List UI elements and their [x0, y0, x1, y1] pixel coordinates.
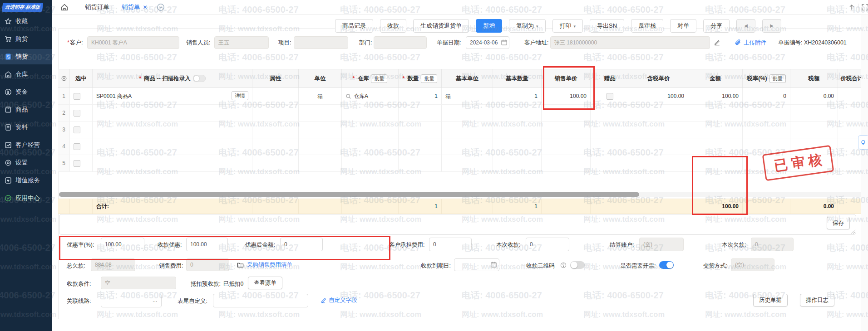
history-bills-button[interactable]: 历史单据 [753, 294, 788, 307]
tab-sales-bill[interactable]: 销货单✕ [122, 0, 148, 15]
total-tax_price [629, 199, 688, 214]
close-icon[interactable]: ✕ [143, 4, 148, 10]
this-payment-field[interactable] [526, 238, 569, 251]
after-discount-field[interactable] [280, 238, 323, 251]
column-header-attr: 属性 [252, 69, 299, 88]
cell-attr [252, 88, 299, 105]
gift-checkbox[interactable] [607, 93, 613, 100]
row-select-checkbox[interactable] [74, 127, 80, 133]
save-button[interactable]: 保存 [827, 217, 850, 229]
sidebar-item-label: 仓库 [15, 70, 28, 78]
row-select-checkbox[interactable] [74, 110, 80, 117]
tab-list-chevron-circle-icon[interactable] [157, 3, 165, 11]
folder-icon[interactable] [237, 262, 244, 268]
batch-button[interactable]: 批量 [421, 74, 437, 83]
salesperson-label: 销售人员: [186, 36, 210, 49]
row-select-checkbox[interactable] [74, 93, 80, 100]
sidebar-item-purchase[interactable]: 购货 [0, 31, 52, 47]
search-icon[interactable] [345, 93, 351, 99]
view-source-button[interactable]: 查看源单 [248, 277, 282, 289]
footer-custom-field[interactable] [213, 294, 308, 307]
sidebar-item-goods[interactable]: 商品 [0, 102, 52, 117]
custom-field-link[interactable]: 自定义字段 [329, 294, 357, 307]
customer-fee-field[interactable] [429, 238, 472, 251]
edit-address-pencil-icon[interactable] [714, 39, 720, 46]
scroll-top-icon[interactable] [848, 3, 855, 11]
row-select-checkbox[interactable] [74, 160, 80, 167]
detail-button[interactable]: 详情 [232, 91, 248, 100]
route-more-icon[interactable]: ... [153, 294, 157, 307]
assistant-widget[interactable] [858, 135, 868, 150]
payment-discount-label: 收款优惠: [158, 239, 182, 251]
remarks-textarea[interactable] [59, 214, 856, 235]
col-settings-icon[interactable] [61, 75, 67, 82]
sidebar-item-sales[interactable]: 销货 [0, 49, 52, 64]
doc-no: 单据编号: XH20240306001 [778, 36, 847, 49]
question-circle-icon[interactable] [560, 262, 567, 268]
row-select-checkbox[interactable] [74, 143, 80, 150]
prev-button[interactable]: ◀ [736, 19, 755, 33]
cell-rowno: 1 [58, 88, 70, 105]
horizontal-scrollbar[interactable] [58, 192, 866, 197]
cell-price [542, 155, 591, 172]
cell-base_unit: 箱 [442, 88, 493, 105]
operation-log-button[interactable]: 操作日志 [800, 294, 834, 307]
add-new-button[interactable]: 新增 [476, 19, 502, 33]
total-gift [591, 199, 629, 214]
tab-sales-order[interactable]: 销货订单 [85, 0, 109, 15]
batch-button[interactable]: 批量 [769, 74, 786, 83]
column-header-qty: *数量批量 [399, 69, 442, 88]
print-button[interactable]: 打印▾ [552, 19, 583, 33]
create-sales-return-button[interactable]: 生成销货退货单 [413, 19, 469, 33]
check-bill-button[interactable]: 对单 [670, 19, 696, 33]
discount-rate-field[interactable] [101, 238, 144, 251]
paperclip-icon[interactable] [735, 39, 741, 46]
need-invoice-toggle[interactable] [659, 261, 674, 269]
receive-payment-button[interactable]: 收款 [380, 19, 406, 33]
sales-fee-field [186, 258, 229, 271]
product-record-button[interactable]: 商品记录 [335, 19, 373, 33]
tab-divider [858, 4, 858, 11]
cell-price [542, 105, 591, 122]
home-icon[interactable] [60, 3, 69, 11]
column-header-price: 销售单价 [542, 69, 591, 88]
upload-attachment-link[interactable]: 上传附件 [744, 36, 766, 49]
custom-field-pencil-icon[interactable] [321, 297, 327, 303]
payment-discount-field[interactable] [186, 238, 228, 251]
calendar-icon[interactable] [501, 39, 508, 46]
un-audit-button[interactable]: 反审核 [631, 19, 663, 33]
copy-as-button[interactable]: 复制为▾ [509, 19, 546, 33]
scanner-input-toggle[interactable] [193, 75, 206, 82]
cell-base_unit [442, 138, 493, 155]
sidebar: 云进销存·标准版 收藏购货销货仓库资金商品资料客户经营设置增值服务应用中心 [0, 0, 52, 331]
related-route-label: 关联线路: [67, 295, 91, 307]
qr-code-toggle[interactable] [570, 261, 585, 269]
scrollbar-thumb[interactable] [59, 192, 639, 197]
cell-tax [790, 122, 838, 138]
cell-unit [299, 122, 342, 138]
cell-unit: 箱 [299, 88, 342, 105]
next-button[interactable]: ▶ [762, 19, 781, 33]
cell-price: 100.00 [542, 88, 591, 105]
sidebar-item-funds[interactable]: 资金 [0, 84, 52, 100]
cell-base_qty [493, 138, 542, 155]
window-scrollbar-strip[interactable] [861, 15, 868, 331]
sidebar-item-data[interactable]: 资料 [0, 120, 52, 135]
sidebar-item-warehouse[interactable]: 仓库 [0, 67, 52, 82]
sidebar-item-settings[interactable]: 设置 [0, 155, 52, 170]
this-debt-field [751, 238, 794, 251]
export-sn-button[interactable]: 导出SN [590, 19, 624, 33]
cell-amount [688, 155, 743, 172]
sidebar-item-appcenter[interactable]: 应用中心 [0, 190, 52, 206]
sidebar-item-label: 购货 [15, 35, 28, 43]
sidebar-item-customer[interactable]: 客户经营 [0, 137, 52, 153]
share-button[interactable]: 分享 [703, 19, 730, 33]
calendar-icon[interactable] [490, 261, 497, 268]
sidebar-item-label: 收藏 [15, 17, 28, 25]
fullscreen-icon[interactable] [861, 3, 868, 11]
batch-button[interactable]: 批量 [371, 74, 387, 83]
sidebar-item-vas[interactable]: 增值服务 [0, 173, 52, 188]
fee-list-link[interactable]: 采购销售费用清单 [247, 258, 292, 271]
sidebar-item-favorites[interactable]: 收藏 [0, 14, 52, 29]
discount-rate-label: 优惠率(%): [67, 239, 94, 251]
